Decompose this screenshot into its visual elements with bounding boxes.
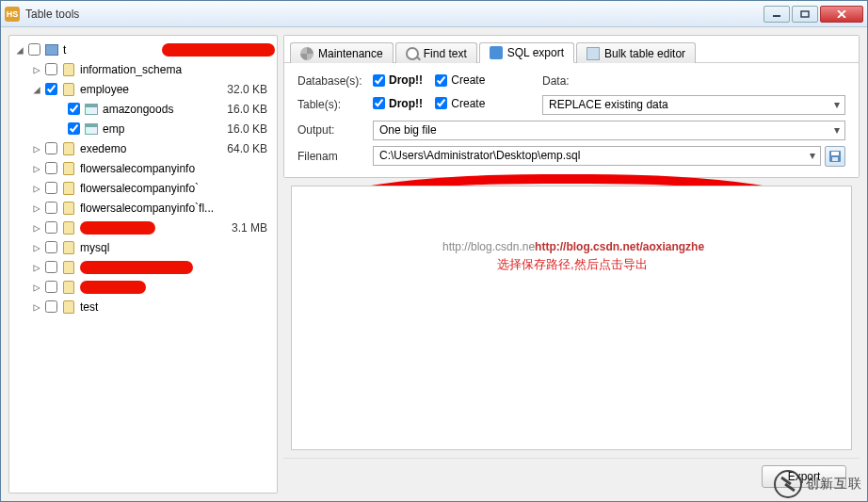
window: HS Table tools ◢t▷information_schema◢emp… — [0, 0, 868, 502]
filename-input[interactable]: C:\Users\Administrator\Desktop\emp.sql — [373, 146, 821, 166]
tree-checkbox[interactable] — [45, 142, 57, 154]
tree-checkbox[interactable] — [45, 182, 57, 194]
tab-maintenance[interactable]: Maintenance — [290, 42, 394, 63]
redacted — [162, 43, 275, 57]
tree-checkbox[interactable] — [45, 83, 57, 95]
sql-icon — [490, 46, 503, 59]
database-icon — [61, 62, 76, 77]
tree-checkbox[interactable] — [45, 300, 57, 313]
search-icon — [406, 47, 419, 60]
server-icon — [44, 42, 59, 57]
expand-icon[interactable]: ◢ — [30, 83, 43, 96]
tab-find-text[interactable]: Find text — [395, 42, 477, 63]
tab-container: Maintenance Find text SQL export Bulk ta… — [283, 35, 860, 178]
expand-icon[interactable]: ▷ — [30, 261, 43, 274]
expand-icon[interactable]: ▷ — [30, 142, 43, 155]
tree-checkbox[interactable] — [45, 63, 57, 75]
client-area: ◢t▷information_schema◢employee32.0 KBama… — [1, 27, 867, 501]
database-icon — [61, 260, 76, 275]
brand-text: 创新互联 — [806, 476, 862, 493]
annotation-text: 选择保存路径,然后点击导出 — [497, 256, 648, 273]
expand-icon[interactable]: ◢ — [13, 43, 26, 57]
tree-checkbox[interactable] — [68, 103, 80, 115]
tree-database[interactable]: ▷ — [11, 277, 275, 297]
tree-checkbox[interactable] — [45, 261, 57, 273]
expand-icon[interactable]: ▷ — [30, 281, 43, 294]
svg-rect-0 — [773, 15, 780, 17]
tree-item-size: 3.1 MB — [232, 221, 275, 235]
tree-item-label: mysql — [80, 241, 267, 254]
data-mode-select[interactable]: REPLACE existing data — [542, 95, 845, 115]
tree-database[interactable]: ▷mysql — [11, 237, 275, 257]
expand-icon[interactable]: ▷ — [30, 162, 43, 175]
redacted — [80, 221, 155, 235]
right-panel: Maintenance Find text SQL export Bulk ta… — [283, 35, 860, 494]
tables-label: Table(s): — [294, 92, 369, 118]
window-title: Table tools — [25, 8, 762, 21]
tree-database[interactable]: ▷flowersalecompanyinfo — [11, 158, 275, 178]
tree-database[interactable]: ▷exedemo64.0 KB — [11, 138, 275, 158]
expand-icon[interactable]: ▷ — [30, 63, 43, 76]
minimize-button[interactable] — [764, 6, 790, 23]
watermark: http://blog.csdn.nehttp://blog.csdn.net/… — [442, 237, 704, 255]
floppy-disk-icon — [828, 150, 842, 163]
redacted — [80, 281, 146, 294]
tree-checkbox[interactable] — [45, 241, 57, 253]
tbl-drop-checkbox[interactable]: Drop!! — [373, 97, 423, 110]
tree-item-size: 16.0 KB — [227, 103, 275, 116]
server-checkbox[interactable] — [28, 43, 40, 56]
tree-database[interactable]: ▷information_schema — [11, 59, 275, 79]
brand-logo-icon — [774, 470, 802, 498]
tree-database[interactable]: ▷flowersalecompanyinfo`fl... — [11, 198, 275, 218]
tree-checkbox[interactable] — [45, 162, 57, 174]
expand-icon[interactable]: ▷ — [30, 202, 43, 215]
wrench-icon — [300, 47, 313, 60]
close-button[interactable] — [820, 6, 863, 23]
databases-label: Database(s): — [294, 71, 369, 92]
tree-checkbox[interactable] — [45, 281, 57, 293]
expand-icon[interactable]: ▷ — [30, 241, 43, 254]
tab-label: SQL export — [507, 46, 564, 59]
tab-bulk-editor[interactable]: Bulk table editor — [576, 42, 696, 63]
output-mode-select[interactable]: One big file — [373, 121, 845, 140]
tree-item-label: amazongoods — [103, 103, 227, 116]
database-icon — [61, 220, 76, 235]
server-label: t — [63, 43, 162, 57]
table-icon — [84, 121, 99, 137]
database-icon — [61, 82, 76, 97]
save-file-button[interactable] — [825, 146, 845, 167]
tree-table[interactable]: emp16.0 KB — [11, 119, 275, 138]
tree-database[interactable]: ▷flowersalecompanyinfo` — [11, 178, 275, 198]
tree-server[interactable]: ◢t — [11, 40, 275, 59]
tree-database[interactable]: ▷3.1 MB — [11, 218, 275, 237]
svg-rect-4 — [832, 157, 838, 161]
tree-checkbox[interactable] — [45, 202, 57, 214]
tabbar: Maintenance Find text SQL export Bulk ta… — [284, 36, 859, 63]
expand-icon[interactable]: ▷ — [30, 300, 43, 314]
db-drop-checkbox[interactable]: Drop!! — [373, 73, 423, 87]
tree-database[interactable]: ▷ — [11, 257, 275, 277]
tree-table[interactable]: amazongoods16.0 KB — [11, 99, 275, 119]
tree-checkbox[interactable] — [45, 221, 57, 234]
database-tree[interactable]: ◢t▷information_schema◢employee32.0 KBama… — [11, 40, 275, 316]
brand-watermark: 创新互联 — [774, 470, 862, 498]
tab-sql-export[interactable]: SQL export — [479, 42, 574, 63]
tree-item-label: flowersalecompanyinfo` — [80, 182, 267, 195]
database-tree-panel: ◢t▷information_schema◢employee32.0 KBama… — [8, 35, 278, 494]
tree-database[interactable]: ◢employee32.0 KB — [11, 79, 275, 99]
tree-item-label: flowersalecompanyinfo`fl... — [80, 202, 267, 215]
expand-icon[interactable]: ▷ — [30, 221, 43, 235]
app-icon: HS — [5, 7, 20, 22]
table-icon — [587, 47, 600, 60]
tree-item-label: emp — [103, 122, 227, 136]
table-icon — [84, 102, 99, 117]
maximize-button[interactable] — [792, 6, 818, 23]
sql-export-form: Database(s): Drop!! Create Data: Table(s… — [284, 63, 859, 177]
tab-label: Maintenance — [318, 47, 383, 60]
tbl-create-checkbox[interactable]: Create — [435, 97, 485, 110]
expand-icon[interactable]: ▷ — [30, 182, 43, 195]
tree-database[interactable]: ▷test — [11, 297, 275, 316]
tree-checkbox[interactable] — [68, 122, 80, 135]
db-create-checkbox[interactable]: Create — [435, 73, 485, 87]
database-icon — [61, 280, 76, 295]
